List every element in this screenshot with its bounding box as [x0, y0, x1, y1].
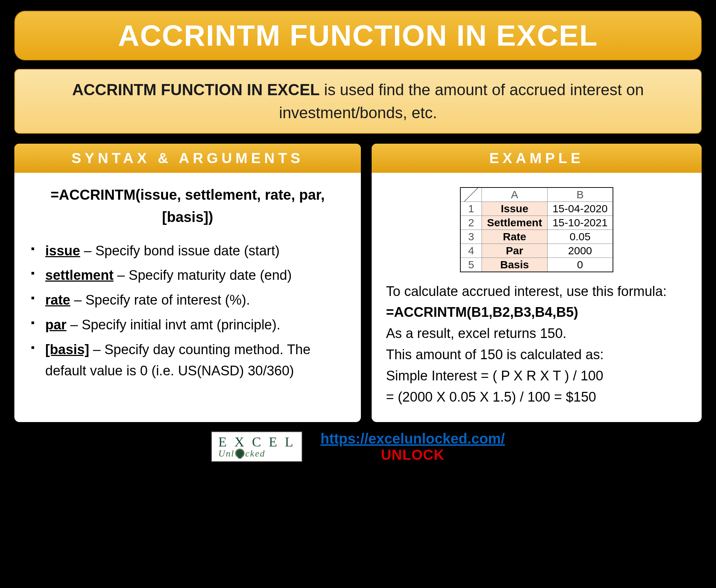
content-columns: SYNTAX & ARGUMENTS =ACCRINTM(issue, sett… [14, 144, 702, 422]
table-row: 4 Par 2000 [460, 244, 613, 258]
description-box: ACCRINTM FUNCTION IN EXCEL is used find … [14, 69, 702, 134]
logo-word: E X C E L [218, 435, 295, 449]
row-header: 1 [460, 202, 482, 216]
example-calc-line: This amount of 150 is calculated as: [386, 344, 687, 365]
arg-term: issue [45, 243, 80, 258]
example-panel: EXAMPLE A B 1 Issue 15-04-2020 2 Settlem… [372, 144, 702, 422]
arg-desc: – Specify maturity date (end) [113, 268, 292, 283]
description-body: is used find the amount of accrued inter… [279, 81, 644, 121]
col-header: B [547, 187, 613, 202]
table-value: 15-04-2020 [547, 202, 613, 216]
footer-unlock-text: UNLOCK [381, 447, 445, 463]
syntax-panel-body: =ACCRINTM(issue, settlement, rate, par, … [14, 173, 361, 389]
arg-desc: – Specify rate of interest (%). [70, 292, 250, 307]
table-row: 2 Settlement 15-10-2021 [460, 216, 613, 230]
table-row: 3 Rate 0.05 [460, 230, 613, 244]
logo-tagline-text: cked [245, 448, 265, 459]
list-item: issue – Specify bond issue date (start) [29, 240, 347, 261]
example-calc-line: Simple Interest = ( P X R X T ) / 100 [386, 365, 687, 386]
example-text: To calculate accrued interest, use this … [386, 281, 687, 408]
table-row: 1 Issue 15-04-2020 [460, 202, 613, 216]
logo-text: E X C E L Unlcked [218, 435, 295, 458]
example-formula: =ACCRINTM(B1,B2,B3,B4,B5) [386, 302, 687, 323]
list-item: par – Specify initial invt amt (principl… [29, 314, 347, 335]
example-excel-table: A B 1 Issue 15-04-2020 2 Settlement 15-1… [460, 187, 613, 272]
arg-term: rate [45, 292, 70, 307]
footer-links: https://excelunlocked.com/ UNLOCK [320, 431, 505, 463]
table-value: 0.05 [547, 230, 613, 244]
description-heading: ACCRINTM FUNCTION IN EXCEL [72, 81, 320, 98]
table-label: Settlement [482, 216, 547, 230]
table-value: 0 [547, 258, 613, 272]
syntax-formula: =ACCRINTM(issue, settlement, rate, par, … [29, 184, 347, 228]
list-item: [basis] – Specify day counting method. T… [29, 339, 347, 381]
arg-term: par [45, 317, 66, 332]
example-panel-header: EXAMPLE [372, 144, 702, 173]
arg-term: settlement [45, 268, 113, 283]
page-title-banner: ACCRINTM FUNCTION IN EXCEL [14, 11, 702, 60]
list-item: rate – Specify rate of interest (%). [29, 290, 347, 311]
table-row: 5 Basis 0 [460, 258, 613, 272]
example-calc-line: = (2000 X 0.05 X 1.5) / 100 = $150 [386, 386, 687, 408]
table-row: A B [460, 187, 613, 202]
table-value: 15-10-2021 [547, 216, 613, 230]
example-result: As a result, excel returns 150. [386, 323, 687, 344]
list-item: settlement – Specify maturity date (end) [29, 265, 347, 286]
row-header: 2 [460, 216, 482, 230]
arg-desc: – Specify initial invt amt (principle). [66, 317, 280, 332]
logo-tagline: Unlcked [218, 449, 295, 458]
example-intro: To calculate accrued interest, use this … [386, 281, 687, 302]
syntax-panel: SYNTAX & ARGUMENTS =ACCRINTM(issue, sett… [14, 144, 361, 422]
row-header: 3 [460, 230, 482, 244]
arg-term: [basis] [45, 342, 89, 357]
arguments-list: issue – Specify bond issue date (start) … [29, 240, 347, 381]
table-value: 2000 [547, 244, 613, 258]
table-label: Rate [482, 230, 547, 244]
row-header: 5 [460, 258, 482, 272]
arg-desc: – Specify bond issue date (start) [80, 243, 280, 258]
logo-tagline-text: Unl [218, 448, 234, 459]
table-label: Par [482, 244, 547, 258]
row-header: 4 [460, 244, 482, 258]
footer-url-link[interactable]: https://excelunlocked.com/ [320, 431, 505, 446]
syntax-panel-header: SYNTAX & ARGUMENTS [14, 144, 361, 173]
table-corner-cell [460, 187, 482, 202]
page-title: ACCRINTM FUNCTION IN EXCEL [29, 19, 687, 52]
col-header: A [482, 187, 547, 202]
table-label: Issue [482, 202, 547, 216]
table-label: Basis [482, 258, 547, 272]
footer: E X C E L Unlcked https://excelunlocked.… [14, 431, 702, 463]
keyhole-icon [235, 449, 245, 458]
brand-logo: E X C E L Unlcked [211, 431, 302, 462]
example-panel-body: A B 1 Issue 15-04-2020 2 Settlement 15-1… [372, 173, 702, 411]
